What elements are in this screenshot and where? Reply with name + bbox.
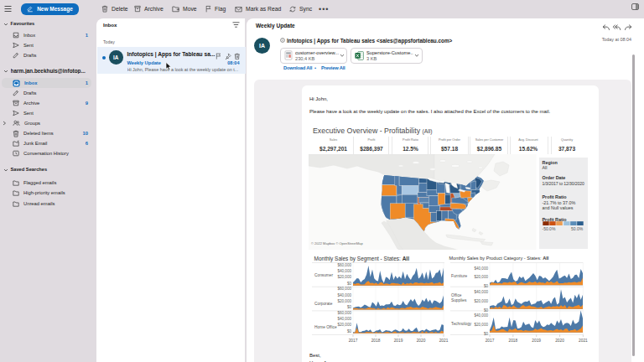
svg-text:2021: 2021 (439, 339, 449, 343)
svg-text:Supplies: Supplies (451, 298, 467, 303)
svg-text:$20,000: $20,000 (337, 299, 351, 303)
svg-text:$60,000: $60,000 (337, 311, 351, 315)
svg-text:$20,000: $20,000 (337, 323, 351, 327)
svg-text:$40,000: $40,000 (337, 317, 351, 321)
svg-text:$20,000: $20,000 (474, 275, 488, 279)
svg-text:2020: 2020 (417, 339, 426, 343)
svg-text:$60,000: $60,000 (337, 287, 351, 291)
svg-text:$40,000: $40,000 (474, 313, 488, 318)
svg-text:$0: $0 (484, 308, 489, 313)
svg-text:$20,000: $20,000 (337, 275, 351, 279)
svg-text:2020: 2020 (555, 339, 564, 343)
svg-text:$20,000: $20,000 (474, 323, 488, 327)
svg-text:$20,000: $20,000 (474, 299, 488, 303)
svg-text:$40,000: $40,000 (474, 290, 488, 294)
svg-text:2018: 2018 (509, 339, 518, 343)
svg-text:$40,000: $40,000 (337, 269, 351, 273)
svg-text:2019: 2019 (394, 339, 403, 343)
svg-text:$0: $0 (484, 284, 489, 288)
svg-text:Technology: Technology (451, 322, 472, 326)
svg-text:Office: Office (451, 293, 462, 297)
svg-text:$60,000: $60,000 (337, 263, 351, 267)
svg-text:$40,000: $40,000 (337, 293, 351, 297)
svg-text:Furniture: Furniture (451, 274, 468, 278)
svg-text:2017: 2017 (486, 339, 495, 343)
svg-text:Consumer: Consumer (314, 273, 334, 277)
svg-text:$0: $0 (484, 332, 489, 336)
svg-text:2019: 2019 (532, 339, 541, 343)
svg-text:2021: 2021 (579, 339, 588, 343)
svg-text:$0: $0 (347, 282, 352, 286)
svg-text:Corporate: Corporate (314, 302, 333, 306)
svg-text:Home Office: Home Office (314, 325, 337, 329)
svg-text:© 2022 Mapbox © OpenStreetMap: © 2022 Mapbox © OpenStreetMap (311, 241, 363, 246)
svg-text:$0: $0 (347, 329, 352, 334)
svg-text:$0: $0 (347, 305, 352, 309)
svg-text:2017: 2017 (349, 339, 358, 343)
svg-text:$40,000: $40,000 (474, 266, 488, 271)
svg-text:2018: 2018 (371, 339, 381, 343)
